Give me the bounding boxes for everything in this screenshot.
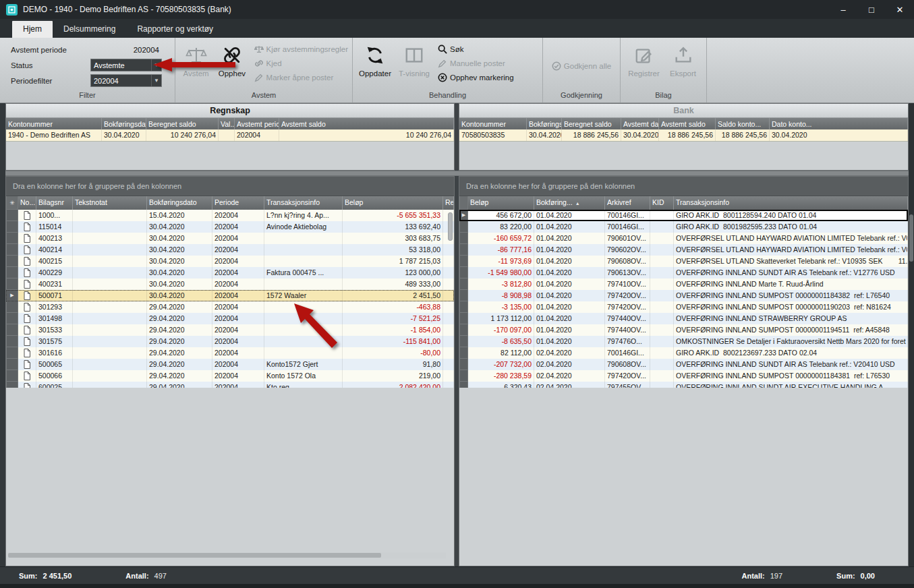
table-row[interactable]: ▶50007130.04.20202020041572 Waaler2 451,… [6, 290, 454, 301]
cell[interactable]: 790613OV... [605, 267, 650, 278]
cell[interactable]: -1 854,00 [343, 324, 443, 336]
sok-button[interactable]: Søk [438, 42, 514, 56]
document-icon[interactable] [18, 347, 36, 359]
column-header[interactable]: Transaksjonsinfo [264, 196, 343, 210]
cell[interactable]: GIRO ARK.ID 8001128594.240 DATO 01.04 [674, 210, 908, 221]
document-icon[interactable] [18, 290, 36, 301]
column-header[interactable]: Kontonummer [459, 118, 527, 129]
cell[interactable]: 500065 [36, 359, 73, 370]
row-header[interactable] [459, 256, 468, 267]
cell[interactable] [443, 290, 454, 301]
column-header[interactable]: No... [18, 196, 36, 210]
row-header[interactable]: ▶ [6, 290, 18, 301]
chevron-down-icon[interactable]: ▼ [151, 75, 161, 86]
cell[interactable] [650, 244, 674, 256]
vertical-scrollbar[interactable] [909, 214, 913, 262]
cell[interactable]: 30.04.2020 [102, 129, 146, 141]
column-header[interactable]: Dato konto... [770, 118, 908, 129]
column-header[interactable]: Val... [219, 118, 235, 129]
cell[interactable]: -7 521,25 [343, 313, 443, 324]
cell[interactable]: 115014 [36, 221, 73, 233]
table-row[interactable]: 83 220,0001.04.2020700146GI...GIRO ARK.I… [459, 221, 908, 233]
cell[interactable]: 303 683,75 [343, 233, 443, 244]
cell[interactable]: OVERFØRING INNLAND STRAWBERRY GROUP AS [674, 313, 908, 324]
table-row[interactable]: -3 812,8001.04.2020797410OV...OVERFØRING… [459, 278, 908, 290]
cell[interactable]: 29.04.2020 [147, 301, 212, 313]
cell[interactable]: 82 112,00 [468, 347, 534, 359]
cell[interactable] [650, 370, 674, 382]
cell[interactable] [443, 382, 454, 388]
table-row[interactable]: 30149829.04.2020202004-7 521,25 [6, 313, 454, 324]
cell[interactable] [650, 233, 674, 244]
cell[interactable]: 10 240 276,04 [146, 129, 219, 141]
cell[interactable]: 797440OV... [605, 313, 650, 324]
cell[interactable]: 301293 [36, 301, 73, 313]
cell[interactable]: -207 732,00 [468, 359, 534, 370]
column-header[interactable]: Bokføringsdato [147, 196, 212, 210]
column-header[interactable]: Avstemt saldo [279, 118, 454, 129]
cell[interactable]: 400213 [36, 233, 73, 244]
cell[interactable]: -463,88 [343, 301, 443, 313]
kjor-avstemmingsregler-button[interactable]: Kjør avstemmingsregler [254, 42, 348, 56]
row-header[interactable] [459, 313, 468, 324]
cell[interactable]: 15.04.2020 [147, 210, 212, 221]
cell[interactable]: 600025 [36, 382, 73, 388]
cell[interactable]: Konto 1572 Ola [264, 370, 343, 382]
cell[interactable] [650, 221, 674, 233]
cell[interactable]: 202004 [212, 278, 264, 290]
row-header[interactable] [6, 370, 18, 382]
cell[interactable]: L?nn kj?ring 4. Ap... [264, 210, 343, 221]
cell[interactable]: 301575 [36, 336, 73, 347]
cell[interactable]: 797476O... [605, 336, 650, 347]
cell[interactable] [443, 336, 454, 347]
cell[interactable]: 700146GI... [605, 221, 650, 233]
cell[interactable] [443, 347, 454, 359]
cell[interactable] [650, 256, 674, 267]
cell[interactable] [73, 256, 147, 267]
cell[interactable]: 797410OV... [605, 278, 650, 290]
cell[interactable]: Avinode Aktiebolag [264, 221, 343, 233]
cell[interactable]: 02.04.2020 [534, 359, 605, 370]
cell[interactable]: 91,80 [343, 359, 443, 370]
opphev-markering-button[interactable]: Opphev markering [438, 70, 514, 84]
periodefilter-combobox[interactable]: 202004 ▼ [90, 74, 162, 87]
column-header[interactable]: Avstemt dato [621, 118, 659, 129]
cell[interactable]: 797440OV... [605, 324, 650, 336]
document-icon[interactable] [18, 382, 36, 388]
cell[interactable]: 400231 [36, 278, 73, 290]
cell[interactable]: 700146GI... [605, 210, 650, 221]
table-row[interactable]: 40022930.04.2020202004Faktura 000475 ...… [6, 267, 454, 278]
cell[interactable]: 489 333,00 [343, 278, 443, 290]
horizontal-scrollbar[interactable] [7, 552, 446, 558]
cell[interactable] [264, 244, 343, 256]
cell[interactable]: -80,00 [343, 347, 443, 359]
column-header[interactable]: Arkivref [605, 196, 650, 210]
cell[interactable]: 18 886 245,56 [562, 129, 621, 141]
table-row[interactable]: 1 173 112,0001.04.2020797440OV...OVERFØR… [459, 313, 908, 324]
column-header[interactable]: Transaksjonsinfo [674, 196, 908, 210]
cell[interactable]: 6 320,43 [468, 382, 534, 388]
table-row[interactable]: -8 635,5001.04.2020797476O...OMKOSTNINGE… [459, 336, 908, 347]
cell[interactable]: 01.04.2020 [534, 256, 605, 267]
cell[interactable]: 02.04.2020 [534, 382, 605, 388]
table-row[interactable]: -86 777,1601.04.2020790602OV...OVERFØRSE… [459, 244, 908, 256]
cell[interactable] [73, 324, 147, 336]
cell[interactable]: 01.04.2020 [534, 267, 605, 278]
cell[interactable]: -170 097,00 [468, 324, 534, 336]
cell[interactable]: 301533 [36, 324, 73, 336]
table-row[interactable]: -8 908,9801.04.2020797420OV...OVERFØRING… [459, 290, 908, 301]
document-icon[interactable] [18, 278, 36, 290]
cell[interactable] [73, 210, 147, 221]
cell[interactable]: GIRO ARK.ID 8001982595.233 DATO 01.04 [674, 221, 908, 233]
row-header[interactable] [459, 347, 468, 359]
close-button[interactable]: ✕ [886, 0, 914, 19]
row-header[interactable] [6, 301, 18, 313]
cell[interactable] [73, 267, 147, 278]
document-icon[interactable] [18, 210, 36, 221]
cell[interactable] [650, 210, 674, 221]
cell[interactable]: Faktura 000475 ... [264, 267, 343, 278]
group-by-bar[interactable]: Dra en kolonne her for å gruppere på den… [459, 177, 908, 196]
cell[interactable]: 29.04.2020 [147, 370, 212, 382]
table-row[interactable]: 30161629.04.2020202004-80,00 [6, 347, 454, 359]
cell[interactable]: 797420OV... [605, 301, 650, 313]
